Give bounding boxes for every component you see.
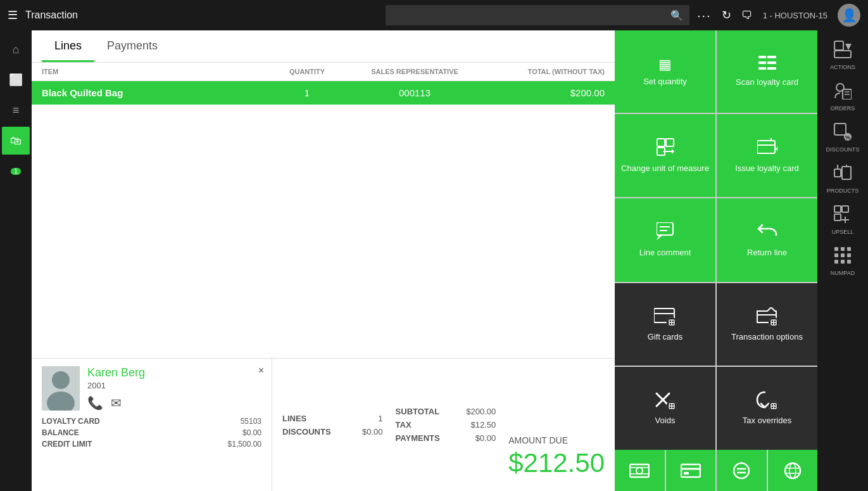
svg-rect-83 <box>847 260 851 264</box>
svg-rect-17 <box>657 222 673 235</box>
issue-loyalty-icon <box>757 138 777 160</box>
avatar[interactable]: 👤 <box>838 4 860 27</box>
tab-bar: Lines Payments <box>32 30 615 63</box>
svg-point-49 <box>734 463 749 478</box>
table-row[interactable]: Black Quilted Bag 1 000113 $200.00 <box>32 81 615 105</box>
set-quantity-label: Set quantity <box>643 77 687 87</box>
tax-overrides-tile[interactable]: Tax overrides <box>717 367 817 450</box>
numpad-label: NUMPAD <box>831 270 855 276</box>
issue-loyalty-card-tile[interactable]: Issue loyalty card <box>717 114 817 198</box>
item-total: $200.00 <box>478 87 605 98</box>
topbar: ☰ Transaction 🔍 ··· ↻ 🗨 1 - HOUSTON-15 👤 <box>0 0 868 30</box>
customer-avatar <box>42 366 80 411</box>
return-line-label: Return line <box>747 248 787 258</box>
voids-label: Voids <box>655 416 676 426</box>
tax-overrides-icon <box>756 391 779 412</box>
sidebar-item-numpad[interactable]: NUMPAD <box>819 241 866 281</box>
count-badge: 1 <box>11 168 21 175</box>
scan-loyalty-card-tile[interactable]: Scan loyalty card <box>717 30 817 113</box>
scan-loyalty-label: Scan loyalty card <box>736 77 798 87</box>
search-icon: 🔍 <box>670 10 683 22</box>
customer-name: Karen Berg <box>87 366 261 379</box>
globe-tile[interactable] <box>768 450 818 491</box>
refresh-icon[interactable]: ↻ <box>722 8 731 22</box>
voids-icon <box>654 391 677 412</box>
subtotal-value: $200.00 <box>466 407 496 416</box>
sidebar-item-cart[interactable]: 🛍 <box>2 127 30 155</box>
amount-due-value: $212.50 <box>508 448 605 478</box>
upsell-icon <box>834 205 852 227</box>
customer-info: Karen Berg 2001 📞 ✉ <box>87 366 261 411</box>
gift-cards-tile[interactable]: Gift cards <box>615 283 715 366</box>
sidebar-item-actions[interactable]: ACTIONS <box>819 35 866 75</box>
svg-rect-7 <box>657 139 665 146</box>
credit-limit-row: CREDIT LIMIT $1,500.00 <box>42 438 261 450</box>
svg-rect-8 <box>666 139 674 146</box>
center-content: Lines Payments ITEM QUANTITY SALES REPRE… <box>32 30 615 491</box>
search-wrapper: 🔍 <box>386 5 689 25</box>
return-line-tile[interactable]: Return line <box>717 198 817 282</box>
balance-label: BALANCE <box>42 428 79 437</box>
tax-value: $12.50 <box>470 420 496 430</box>
customer-section: × Karen Berg 2001 📞 ✉ <box>32 359 272 491</box>
close-customer-button[interactable]: × <box>258 365 264 376</box>
svg-rect-46 <box>681 464 700 477</box>
transaction-options-icon <box>756 307 779 328</box>
svg-point-53 <box>789 463 796 478</box>
equal-tile[interactable] <box>717 450 767 491</box>
left-sidebar: ⌂ ⬜ ≡ 🛍 1 <box>0 30 32 491</box>
orders-label: ORDERS <box>831 105 855 112</box>
payments-row: PAYMENTS $0.00 <box>396 431 496 445</box>
loyalty-value: 55103 <box>241 417 261 426</box>
transaction-options-tile[interactable]: Transaction options <box>717 283 817 366</box>
bottom-panel: × Karen Berg 2001 📞 ✉ <box>32 358 615 491</box>
set-quantity-tile[interactable]: ▦ Set quantity <box>615 30 715 113</box>
voids-tile[interactable]: Voids <box>615 367 715 450</box>
sidebar-item-count[interactable]: 1 <box>2 157 30 185</box>
card-tile[interactable] <box>666 450 716 491</box>
discounts-row: DISCOUNTS $0.00 <box>282 425 383 438</box>
credit-limit-label: CREDIT LIMIT <box>42 440 92 449</box>
cash-tile[interactable] <box>615 450 665 491</box>
line-comment-tile[interactable]: Line comment <box>615 198 715 282</box>
cart-icon: 🛍 <box>10 134 22 148</box>
svg-rect-82 <box>841 260 845 264</box>
tax-overrides-label: Tax overrides <box>743 416 791 426</box>
email-icon[interactable]: ✉ <box>111 395 122 411</box>
sidebar-item-discounts[interactable]: % DISCOUNTS <box>819 118 866 158</box>
customer-id: 2001 <box>87 381 261 390</box>
orders-icon <box>834 82 852 103</box>
issue-loyalty-label: Issue loyalty card <box>735 163 798 174</box>
svg-rect-81 <box>834 260 838 264</box>
svg-rect-63 <box>834 124 846 135</box>
sidebar-item-menu[interactable]: ≡ <box>2 96 30 124</box>
products-label: PRODUCTS <box>827 188 859 194</box>
sidebar-item-products[interactable]: PRODUCTS <box>819 159 866 199</box>
store-label: 1 - HOUSTON-15 <box>763 11 827 20</box>
sidebar-item-products[interactable]: ⬜ <box>2 66 30 94</box>
sidebar-item-home[interactable]: ⌂ <box>2 35 30 63</box>
phone-icon[interactable]: 📞 <box>87 395 103 411</box>
change-unit-tile[interactable]: Change unit of measure <box>615 114 715 198</box>
svg-marker-57 <box>845 44 852 50</box>
more-options-icon[interactable]: ··· <box>697 8 712 23</box>
svg-rect-66 <box>834 169 841 177</box>
svg-rect-75 <box>834 247 838 251</box>
sidebar-item-upsell[interactable]: UPSELL <box>819 200 866 240</box>
svg-rect-6 <box>766 56 767 70</box>
order-summary: LINES 1 DISCOUNTS $0.00 SUBTOTAL $200.00… <box>272 359 615 491</box>
actions-icon <box>834 41 852 62</box>
svg-rect-12 <box>757 141 775 153</box>
topbar-title: Transaction <box>25 10 378 21</box>
menu-icon[interactable]: ☰ <box>8 8 18 22</box>
tab-payments[interactable]: Payments <box>94 30 170 62</box>
search-input[interactable] <box>386 5 689 25</box>
change-unit-label: Change unit of measure <box>621 163 709 174</box>
tab-lines[interactable]: Lines <box>42 30 94 62</box>
svg-rect-71 <box>842 206 848 212</box>
amount-due-label: AMOUNT DUE <box>508 435 605 445</box>
comment-icon[interactable]: 🗨 <box>741 9 753 22</box>
svg-marker-11 <box>672 149 674 154</box>
svg-marker-18 <box>657 235 663 240</box>
sidebar-item-orders[interactable]: ORDERS <box>819 77 866 117</box>
